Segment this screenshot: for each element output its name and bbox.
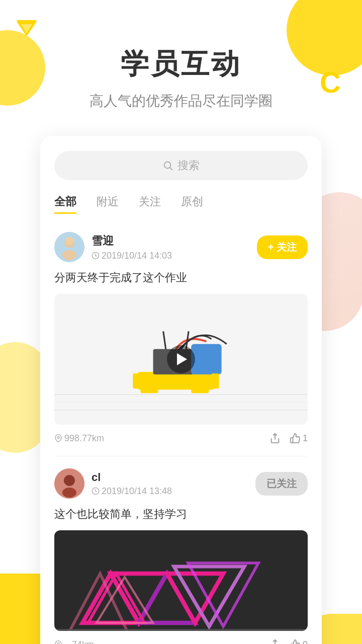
avatar-image [54, 232, 84, 262]
location-icon [54, 434, 62, 442]
share-button-2[interactable] [269, 639, 281, 644]
lego-image [54, 530, 308, 631]
post-actions: 1 [269, 433, 308, 444]
page-title: 学员互动 [121, 45, 241, 84]
like-icon [290, 433, 301, 444]
svg-point-23 [64, 475, 75, 486]
post-location-2: ...74km [54, 639, 94, 645]
share-icon-2 [269, 639, 281, 644]
svg-point-0 [164, 162, 171, 169]
svg-rect-13 [138, 372, 214, 389]
location-icon-2 [54, 640, 62, 644]
logo-c-shape: C [320, 65, 341, 99]
avatar-image-2 [54, 468, 84, 499]
post-username: 雪迎 [92, 233, 257, 249]
svg-rect-16 [133, 373, 140, 388]
svg-point-20 [57, 437, 59, 439]
post-media-image[interactable] [54, 530, 308, 631]
tab-nearby[interactable]: 附近 [97, 194, 119, 214]
time-icon [92, 252, 100, 260]
post-time: 2019/10/14 14:03 [92, 251, 257, 261]
share-button-1[interactable] [269, 433, 281, 444]
svg-rect-17 [211, 373, 219, 388]
svg-line-1 [170, 168, 172, 170]
play-button[interactable] [167, 345, 195, 373]
feed-tabs: 全部 附近 关注 原创 [54, 194, 308, 218]
post-text-2: 这个也比较简单，坚持学习 [54, 506, 308, 522]
main-content: 学员互动 高人气的优秀作品尽在同学圈 搜索 全部 附近 关注 原创 [0, 0, 362, 644]
post-user-info: 雪迎 2019/10/14 14:03 [92, 233, 257, 261]
post-text: 分两天终于完成了这个作业 [54, 269, 308, 286]
svg-point-4 [62, 250, 76, 260]
post-item: cl 2019/10/14 13:48 已关注 这个也比较简单，坚持学习 [54, 468, 308, 644]
post-actions-2: 0 [269, 639, 308, 644]
follow-button-2[interactable]: 已关注 [255, 472, 308, 496]
post-username-2: cl [92, 471, 255, 484]
search-placeholder-text: 搜索 [177, 158, 200, 173]
avatar-2 [54, 468, 84, 499]
play-triangle-icon [177, 353, 187, 365]
avatar [54, 232, 84, 262]
like-icon-2 [290, 639, 301, 644]
post-header-2: cl 2019/10/14 13:48 已关注 [54, 468, 308, 499]
page-subtitle: 高人气的优秀作品尽在同学圈 [89, 92, 273, 111]
tab-follow[interactable]: 关注 [139, 194, 161, 214]
post-footer: 998.77km 1 [54, 433, 308, 444]
post-media-video[interactable] [54, 294, 308, 425]
tab-original[interactable]: 原创 [181, 194, 203, 214]
post-user-info-2: cl 2019/10/14 13:48 [92, 471, 255, 497]
svg-point-5 [65, 237, 73, 245]
follow-button-1[interactable]: + 关注 [257, 235, 308, 259]
like-button-1[interactable]: 1 [290, 433, 308, 444]
post-header: 雪迎 2019/10/14 14:03 + 关注 [54, 232, 308, 262]
post-location: 998.77km [54, 433, 104, 444]
tab-all[interactable]: 全部 [54, 194, 76, 214]
search-icon [162, 160, 173, 171]
share-icon [269, 433, 281, 444]
post-item: 雪迎 2019/10/14 14:03 + 关注 分两天终于完成了这个作业 [54, 232, 308, 456]
svg-rect-15 [191, 344, 221, 374]
time-icon-2 [92, 487, 100, 495]
like-button-2[interactable]: 0 [290, 639, 308, 644]
svg-point-24 [62, 488, 76, 498]
search-bar[interactable]: 搜索 [54, 151, 308, 180]
feed-card: 搜索 全部 附近 关注 原创 [40, 136, 322, 644]
post-footer-2: ...74km 0 [54, 639, 308, 644]
post-time-2: 2019/10/14 13:48 [92, 486, 255, 497]
logo-triangle-icon [14, 14, 39, 41]
